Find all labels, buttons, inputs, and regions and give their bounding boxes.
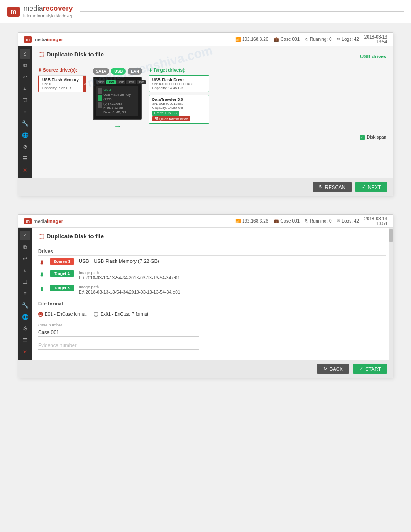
- lan-button[interactable]: LAN: [128, 68, 142, 75]
- mail-icon: ✉: [337, 37, 340, 42]
- sidebar-close[interactable]: ✕: [20, 165, 30, 175]
- target3-badge: Target 3: [50, 285, 74, 291]
- app-logo-icon-1: m: [24, 36, 32, 43]
- sidebar-gear-2[interactable]: ⚙: [20, 324, 30, 334]
- sidebar-list-2[interactable]: ≡: [20, 289, 30, 299]
- usb-button[interactable]: USB: [111, 68, 126, 75]
- panel-title-1: ⬚ Duplicate Disk to file: [38, 51, 104, 58]
- target3-row-info: Image path E:\ 2018-03-13-13-54-34\2018-…: [79, 285, 386, 295]
- sidebar-undo-2[interactable]: ↩: [20, 254, 30, 264]
- target-drive-2-cap: Capacity: 14.85 GB: [152, 106, 206, 110]
- start-button[interactable]: ✓ START: [353, 364, 387, 374]
- target4-row-icon: ⬇: [38, 271, 45, 278]
- hdd-drive-info: USB USB Flash Memory (7.22) (0) (7.22 GB…: [103, 88, 137, 115]
- target-drive-1-cap: Capacity: 14.45 GB: [152, 86, 206, 90]
- case-label-2: Case 001: [280, 219, 300, 223]
- file-format-title: File format: [38, 301, 386, 308]
- scrollbar-track[interactable]: [389, 228, 393, 360]
- source-area: ⬇ Source drive(s): USB Flash Memory SN: …: [38, 68, 86, 131]
- sidebar-globe-2[interactable]: 🌐: [20, 312, 30, 322]
- hdd-left-tabs: [98, 88, 102, 108]
- hdd-detail1: (0) (7.22 GB): [103, 102, 137, 106]
- target-drive-1[interactable]: USB Flash Drive SN: AA000000000000489 Ca…: [149, 75, 209, 92]
- file-format-section: File format E01 - EnCase format Ex01 - E…: [38, 301, 386, 317]
- sidebar-list[interactable]: ≡: [20, 107, 30, 117]
- sata-button[interactable]: SATA: [93, 68, 109, 75]
- target-drive-1-sn: SN: AA000000000000489: [152, 82, 206, 86]
- sidebar-globe[interactable]: 🌐: [20, 130, 30, 140]
- quick-format-icon: 🖫: [154, 117, 158, 121]
- target4-path: F:\ 2018-03-13-13-54-34\2018-03-13-13-54…: [79, 275, 386, 280]
- next-check-icon: ✓: [362, 184, 366, 190]
- sidebar-close-2[interactable]: ✕: [20, 347, 30, 357]
- radio-ex01[interactable]: Ex01 - EnCase 7 format: [94, 312, 148, 317]
- panel-footer-2: ↻ BACK ✓ START: [18, 360, 393, 378]
- sidebar-home-2[interactable]: ⌂: [20, 231, 30, 240]
- center-area: SATA USB LAN OFF USB USB USB USB: [93, 68, 142, 131]
- hdd-detail2: Free: 7.22 GB: [103, 106, 137, 110]
- target4-image-path-label: Image path: [79, 270, 386, 275]
- logo-icon: m: [7, 7, 20, 17]
- logs-label-1: Logs: 42: [342, 37, 359, 42]
- radio-ex01-dot[interactable]: [94, 312, 98, 317]
- source-label: ⬇ Source drive(s):: [38, 68, 86, 73]
- rescan-button[interactable]: ↻ RESCAN: [313, 182, 352, 192]
- back-button[interactable]: ↻ BACK: [317, 364, 349, 374]
- disk-span-checkbox[interactable]: ✓: [360, 135, 365, 140]
- sidebar-hash[interactable]: #: [20, 84, 30, 94]
- sidebar-undo[interactable]: ↩: [20, 72, 30, 82]
- target-drive-2-sn: SN: 06B865015E37: [152, 102, 206, 106]
- radio-e01[interactable]: E01 - EnCase format: [38, 312, 86, 317]
- quick-format-button[interactable]: 🖫 Quick format drive: [152, 116, 190, 121]
- sidebar-wrench-2[interactable]: 🔧: [20, 300, 30, 310]
- duplicate-icon: ⬚: [38, 51, 44, 58]
- app-logo-1: m mediaimager: [24, 36, 63, 43]
- sidebar-save-2[interactable]: 🖫: [20, 277, 30, 287]
- source-drive-sn: SN: 0: [42, 82, 83, 86]
- target-drive-2[interactable]: DataTraveler 3.0 SN: 06B865015E37 Capaci…: [149, 95, 209, 124]
- source-drive-card[interactable]: USB Flash Memory SN: 0 Capacity: 7.22 GB…: [38, 75, 86, 92]
- hdd-tab-1: [98, 88, 102, 94]
- hdd-top-bar: OFF USB USB USB USB: [96, 80, 138, 84]
- radio-e01-dot[interactable]: [38, 312, 43, 317]
- signal-info: 📶 192.168.3.26: [235, 37, 268, 42]
- source-row-info: USB USB Flash Memory (7.22 GB): [79, 258, 386, 265]
- evidence-number-group: [38, 341, 386, 350]
- source-interface: USB: [79, 258, 89, 264]
- sidebar-menu-2[interactable]: ☰: [20, 335, 30, 345]
- source-drive-capacity: Capacity: 7.22 GB: [42, 86, 83, 90]
- running-info-2: ↻ Running: 0: [305, 219, 331, 223]
- sidebar-home[interactable]: ⌂: [20, 49, 30, 59]
- hdd-device-name: USB Flash Memory (7.22): [103, 93, 137, 102]
- app-header-date-1: 2018-03-13 13:54: [364, 34, 387, 44]
- app-logo-text-1: mediaimager: [34, 37, 63, 42]
- sidebar-gear[interactable]: ⚙: [20, 142, 30, 152]
- sidebar-hash-2[interactable]: #: [20, 266, 30, 275]
- logo-subtitle: lider informatyki śledczej: [23, 13, 73, 18]
- hdd-detail3: Drive: 0 MB, SN:: [103, 110, 137, 115]
- hdd-tab-3: [98, 102, 102, 108]
- evidence-number-input[interactable]: [38, 341, 199, 350]
- tab-usb2: USB: [116, 80, 125, 84]
- target-label: ⬇ Target drive(s):: [149, 68, 209, 73]
- hdd-device-label: USB: [103, 88, 137, 92]
- sidebar-copy-2[interactable]: ⧉: [20, 242, 30, 252]
- sidebar-wrench[interactable]: 🔧: [20, 119, 30, 129]
- next-button[interactable]: ✓ NEXT: [355, 182, 387, 192]
- tab-off: OFF: [96, 80, 105, 84]
- panel-content-2: ⬚ Duplicate Disk to file Drives ⬇ Source…: [32, 228, 393, 360]
- case-number-input[interactable]: [38, 328, 199, 337]
- sidebar-copy[interactable]: ⧉: [20, 60, 30, 70]
- sidebar-menu[interactable]: ☰: [20, 154, 30, 163]
- radio-ex01-label: Ex01 - EnCase 7 format: [100, 312, 148, 317]
- date-2: 2018-03-13: [364, 216, 387, 221]
- case-number-group: Case number: [38, 323, 386, 337]
- app-header-info-1: 📶 192.168.3.26 💼 Case 001 ↻ Running: 0 ✉…: [235, 37, 359, 42]
- hdd-tab-2: [98, 95, 102, 101]
- target4-row-info: Image path F:\ 2018-03-13-13-54-34\2018-…: [79, 270, 386, 280]
- sidebar-save[interactable]: 🖫: [20, 95, 30, 105]
- target3-drive-row: ⬇ Target 3 Image path E:\ 2018-03-13-13-…: [38, 285, 386, 295]
- sidebar-2: ⌂ ⧉ ↩ # 🖫 ≡ 🔧 🌐 ⚙ ☰ ✕: [18, 228, 32, 360]
- ip-address-1: 192.168.3.26: [242, 37, 268, 42]
- logo-text: mediarecovery: [23, 4, 73, 13]
